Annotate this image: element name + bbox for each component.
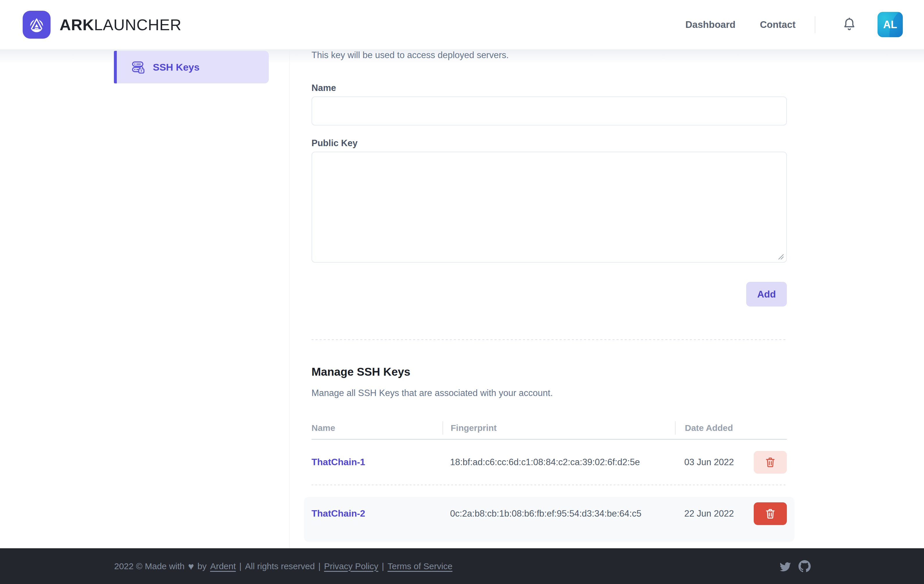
brand-wordmark-regular: LAUNCHER bbox=[94, 16, 182, 33]
footer-link-ardent[interactable]: Ardent bbox=[210, 561, 236, 571]
sidebar-content-divider bbox=[289, 49, 290, 548]
public-key-textarea-wrap bbox=[312, 152, 787, 263]
copyright-text: 2022 © Made with bbox=[114, 561, 185, 571]
table-row: ThatChain-1 18:bf:ad:c6:cc:6d:c1:08:84:c… bbox=[312, 440, 787, 485]
sidebar-item-ssh-keys[interactable]: SSH Keys bbox=[114, 51, 269, 83]
brand-wordmark: ARKLAUNCHER bbox=[59, 16, 182, 34]
footer-separator: | bbox=[382, 561, 384, 571]
table-row-highlighted: ThatChain-2 0c:2a:b8:cb:1b:08:b6:fb:ef:9… bbox=[312, 491, 787, 542]
twitter-icon bbox=[779, 560, 791, 572]
heart-icon: ♥ bbox=[188, 561, 194, 572]
footer-copyright: 2022 © Made with ♥ by Ardent | All right… bbox=[114, 561, 452, 572]
server-lock-icon bbox=[131, 60, 145, 74]
footer-link-terms-of-service[interactable]: Terms of Service bbox=[388, 561, 452, 571]
user-avatar[interactable]: AL bbox=[878, 12, 903, 37]
trash-icon bbox=[764, 456, 776, 469]
github-icon bbox=[799, 560, 811, 572]
table-row-divider bbox=[312, 485, 787, 485]
section-divider bbox=[312, 339, 787, 340]
bell-icon bbox=[842, 17, 856, 32]
public-key-field-label: Public Key bbox=[312, 138, 358, 148]
nav-link-dashboard[interactable]: Dashboard bbox=[685, 19, 736, 30]
form-description: This key will be used to access deployed… bbox=[312, 50, 509, 61]
brand-wordmark-bold: ARK bbox=[59, 16, 94, 33]
column-header-name: Name bbox=[312, 421, 442, 435]
github-link[interactable] bbox=[799, 560, 811, 572]
page-footer: 2022 © Made with ♥ by Ardent | All right… bbox=[0, 548, 924, 584]
manage-ssh-keys-title: Manage SSH Keys bbox=[312, 366, 410, 378]
delete-ssh-key-button[interactable] bbox=[754, 451, 787, 473]
column-header-fingerprint: Fingerprint bbox=[442, 421, 675, 435]
nav-link-contact[interactable]: Contact bbox=[760, 19, 795, 30]
name-field-label: Name bbox=[312, 83, 336, 93]
ssh-key-date-added: 03 Jun 2022 bbox=[675, 457, 742, 467]
table-header-row: Name Fingerprint Date Added bbox=[312, 421, 787, 440]
footer-separator: | bbox=[239, 561, 242, 571]
column-header-date-added: Date Added bbox=[675, 421, 742, 435]
manage-ssh-keys-subtitle: Manage all SSH Keys that are associated … bbox=[312, 388, 553, 398]
twitter-link[interactable] bbox=[779, 560, 791, 572]
top-navigation-bar: ARKLAUNCHER Dashboard Contact AL bbox=[0, 0, 924, 49]
textarea-resize-handle[interactable] bbox=[777, 253, 785, 260]
footer-separator: | bbox=[318, 561, 320, 571]
ssh-key-fingerprint: 18:bf:ad:c6:cc:6d:c1:08:84:c2:ca:39:02:6… bbox=[442, 457, 675, 467]
footer-link-privacy-policy[interactable]: Privacy Policy bbox=[324, 561, 378, 571]
brand-logo-link[interactable]: ARKLAUNCHER bbox=[23, 11, 182, 39]
column-header-actions bbox=[742, 421, 787, 435]
ssh-keys-page: ARKLAUNCHER Dashboard Contact AL bbox=[0, 0, 924, 584]
public-key-textarea[interactable] bbox=[312, 152, 787, 263]
ssh-keys-table: Name Fingerprint Date Added ThatChain-1 … bbox=[312, 421, 787, 542]
header-divider bbox=[815, 16, 815, 33]
trash-icon bbox=[764, 508, 776, 520]
sidebar-item-label: SSH Keys bbox=[153, 62, 200, 73]
ssh-key-name-link[interactable]: ThatChain-1 bbox=[312, 457, 442, 467]
by-text: by bbox=[197, 561, 206, 571]
name-input[interactable] bbox=[312, 96, 787, 125]
avatar-initials: AL bbox=[883, 18, 897, 31]
ssh-key-date-added: 22 Jun 2022 bbox=[675, 508, 742, 519]
ssh-keys-panel: This key will be used to access deployed… bbox=[312, 49, 787, 548]
notifications-button[interactable] bbox=[842, 16, 857, 33]
ssh-key-fingerprint: 0c:2a:b8:cb:1b:08:b6:fb:ef:95:54:d3:34:b… bbox=[442, 508, 675, 519]
rights-text: All rights reserved bbox=[245, 561, 315, 571]
add-ssh-key-button[interactable]: Add bbox=[746, 282, 787, 307]
delete-ssh-key-button[interactable] bbox=[754, 502, 787, 525]
ark-logo-icon bbox=[23, 11, 51, 39]
ssh-key-name-link[interactable]: ThatChain-2 bbox=[312, 508, 442, 519]
